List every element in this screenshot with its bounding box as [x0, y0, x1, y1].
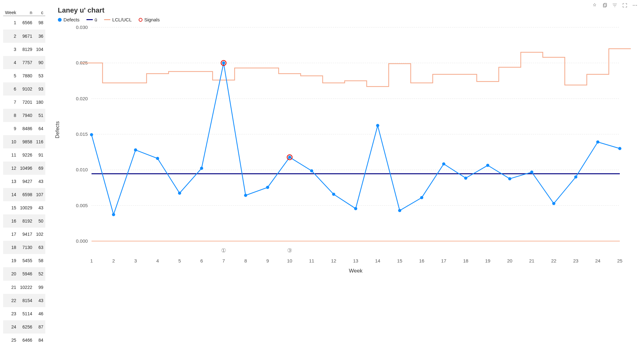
table-row[interactable]: 9848664	[3, 122, 45, 135]
data-table[interactable]: Weeknc 165669829671363812910447757905788…	[3, 9, 45, 347]
table-row[interactable]: 20594652	[3, 267, 45, 280]
defects-point[interactable]	[200, 167, 203, 170]
x-tick: 25	[617, 258, 623, 263]
y-axis-label: Defects	[55, 121, 60, 138]
x-axis-label: Week	[349, 268, 363, 274]
x-tick: 1	[90, 258, 93, 263]
table-row[interactable]: 5788053	[3, 69, 45, 82]
table-row[interactable]: 22815443	[3, 294, 45, 307]
defects-point[interactable]	[332, 193, 335, 196]
defects-point[interactable]	[288, 156, 291, 159]
table-row[interactable]: 151002943	[3, 201, 45, 214]
x-tick: 20	[507, 258, 513, 263]
defects-point[interactable]	[508, 177, 511, 180]
col-c[interactable]: c	[34, 9, 45, 16]
x-tick: 7	[222, 258, 225, 263]
defects-point[interactable]	[310, 169, 313, 173]
x-tick: 10	[287, 258, 292, 263]
x-tick: 3	[134, 258, 137, 263]
table-row[interactable]: 179417102	[3, 228, 45, 241]
defects-point[interactable]	[376, 124, 379, 127]
x-tick: 5	[178, 258, 181, 263]
y-tick: 0.020	[76, 96, 88, 101]
defects-point[interactable]	[486, 164, 489, 167]
table-row[interactable]: 38129104	[3, 43, 45, 56]
table-row[interactable]: 1656698	[3, 16, 45, 30]
x-tick: 2	[112, 258, 115, 263]
defects-point[interactable]	[596, 141, 599, 144]
legend-defects[interactable]: Defects	[58, 17, 80, 22]
col-n[interactable]: n	[18, 9, 34, 16]
table-row[interactable]: 109858116	[3, 135, 45, 148]
chart-title: Laney u' chart	[58, 6, 635, 14]
y-tick: 0.005	[76, 203, 88, 208]
svg-point-2	[633, 5, 634, 6]
table-row[interactable]: 23511446	[3, 307, 45, 320]
x-tick: 24	[595, 258, 601, 263]
table-row[interactable]: 6910293	[3, 82, 45, 96]
control-chart[interactable]: 0.0000.0050.0100.0150.0200.0250.03012345…	[58, 24, 635, 276]
defects-point[interactable]	[134, 148, 137, 152]
table-row[interactable]: 4775790	[3, 56, 45, 69]
defects-line	[92, 63, 620, 214]
x-tick: 8	[244, 258, 247, 263]
x-tick: 21	[529, 258, 535, 263]
table-row[interactable]: 13942743	[3, 175, 45, 188]
defects-point[interactable]	[354, 207, 357, 210]
x-tick: 19	[485, 258, 491, 263]
table-row[interactable]: 24625687	[3, 320, 45, 334]
x-tick: 4	[156, 258, 159, 263]
defects-point[interactable]	[618, 147, 621, 150]
table-row[interactable]: 11922691	[3, 148, 45, 162]
table-row[interactable]: 121049669	[3, 162, 45, 175]
table-row[interactable]: 77201180	[3, 96, 45, 109]
defects-point[interactable]	[156, 157, 159, 160]
defects-point[interactable]	[420, 196, 423, 199]
table-row[interactable]: 8794051	[3, 109, 45, 122]
defects-point[interactable]	[464, 177, 467, 180]
defects-point[interactable]	[552, 202, 555, 205]
ucl-step	[80, 49, 631, 86]
col-week[interactable]: Week	[3, 9, 18, 16]
y-tick: 0.030	[76, 25, 88, 30]
svg-point-4	[636, 5, 637, 6]
x-tick: 13	[353, 258, 358, 263]
table-row[interactable]: 2967136	[3, 30, 45, 43]
table-row[interactable]: 16819250	[3, 214, 45, 228]
rule-badge: ①	[221, 247, 226, 254]
defects-point[interactable]	[178, 191, 181, 195]
x-tick: 11	[309, 258, 314, 263]
svg-point-3	[635, 5, 635, 6]
x-tick: 12	[331, 258, 336, 263]
y-tick: 0.000	[76, 238, 88, 244]
x-tick: 16	[419, 258, 425, 263]
x-tick: 18	[463, 258, 469, 263]
y-tick: 0.015	[76, 131, 88, 137]
defects-point[interactable]	[398, 209, 401, 212]
table-row[interactable]: 19545558	[3, 254, 45, 267]
x-tick: 17	[441, 258, 447, 263]
x-tick: 14	[375, 258, 380, 263]
defects-point[interactable]	[90, 133, 93, 136]
x-tick: 15	[397, 258, 402, 263]
table-row[interactable]: 211022299	[3, 281, 45, 294]
defects-point[interactable]	[244, 194, 247, 197]
chart-panel: Laney u' chart Defects ū LCL/UCL Signals…	[58, 6, 635, 347]
defects-point[interactable]	[222, 61, 225, 64]
x-tick: 6	[200, 258, 203, 263]
defects-point[interactable]	[112, 213, 115, 216]
defects-point[interactable]	[574, 175, 577, 179]
defects-point[interactable]	[530, 171, 533, 174]
defects-point[interactable]	[442, 163, 445, 166]
defects-point[interactable]	[266, 186, 269, 189]
legend-signals[interactable]: Signals	[139, 17, 160, 22]
rule-badge: ③	[287, 247, 292, 254]
table-row[interactable]: 18713063	[3, 241, 45, 254]
x-tick: 22	[551, 258, 557, 263]
legend-lclucl[interactable]: LCL/UCL	[104, 17, 132, 22]
y-tick: 0.010	[76, 167, 88, 172]
x-tick: 9	[266, 258, 269, 263]
table-row[interactable]: 25646684	[3, 334, 45, 347]
table-row[interactable]: 146598107	[3, 188, 45, 201]
legend-ubar[interactable]: ū	[86, 17, 97, 22]
